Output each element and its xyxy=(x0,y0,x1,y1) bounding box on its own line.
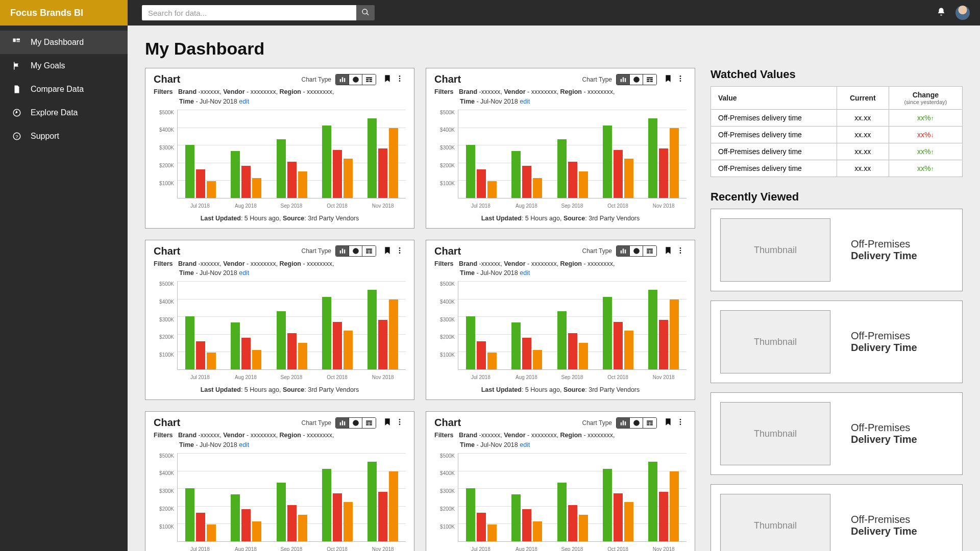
edit-filters-link[interactable]: edit xyxy=(520,441,530,448)
nav-goals[interactable]: My Goals xyxy=(0,54,128,78)
more-button[interactable] xyxy=(674,73,687,85)
watched-change: xx%↓ xyxy=(889,127,962,143)
nav-label: My Goals xyxy=(31,61,65,70)
chart-type-table[interactable] xyxy=(362,74,376,85)
recent-title: Off-PremisesDelivery Time xyxy=(851,514,917,537)
bar xyxy=(287,505,297,541)
chart-type-table[interactable] xyxy=(643,74,656,85)
bookmark-icon xyxy=(664,77,672,84)
nav-dashboard[interactable]: My Dashboard xyxy=(0,31,128,54)
search-input[interactable] xyxy=(142,5,356,20)
bar xyxy=(231,494,240,541)
more-button[interactable] xyxy=(674,245,687,257)
chart-type-bar[interactable] xyxy=(617,418,630,428)
search-button[interactable] xyxy=(356,5,375,20)
bar xyxy=(614,150,623,197)
chart-area: $500K$400K$300K$200K$100KJul 2018Aug 201… xyxy=(154,453,406,552)
watched-change: xx%↑ xyxy=(889,143,962,160)
bar xyxy=(389,471,398,541)
chart-type-pie[interactable] xyxy=(630,246,643,256)
recent-item[interactable]: ThumbnailOff-PremisesDelivery Time xyxy=(710,392,963,475)
brand-logo: Focus Brands BI xyxy=(0,0,128,26)
bookmark-button[interactable] xyxy=(662,245,674,257)
watched-row[interactable]: Off-Premises delivery timexx.xxxx%↑ xyxy=(711,143,963,160)
bookmark-button[interactable] xyxy=(662,73,674,85)
chart-type-bar[interactable] xyxy=(336,418,349,428)
filters-text: Filters Brand -xxxxxx, Vendor - xxxxxxxx… xyxy=(154,87,406,107)
edit-filters-link[interactable]: edit xyxy=(239,98,249,105)
nav-compare[interactable]: Compare Data xyxy=(0,78,128,101)
chart-type-pie[interactable] xyxy=(630,74,643,85)
chart-type-table[interactable] xyxy=(362,246,376,256)
edit-filters-link[interactable]: edit xyxy=(520,98,530,105)
edit-filters-link[interactable]: edit xyxy=(520,269,530,277)
watched-row[interactable]: Off-Premises delivery timexx.xxxx%↑ xyxy=(711,160,963,177)
compass-icon xyxy=(11,107,22,118)
chart-type-pie[interactable] xyxy=(349,74,362,85)
chart-type-pie[interactable] xyxy=(349,246,362,256)
bar xyxy=(185,316,194,369)
bar xyxy=(252,521,261,541)
bar xyxy=(477,513,486,541)
bar xyxy=(241,509,251,541)
chart-type-table[interactable] xyxy=(362,418,376,428)
watched-row[interactable]: Off-Premises delivery timexx.xxxx%↑ xyxy=(711,110,963,127)
chart-type-segmented xyxy=(616,245,657,257)
bar xyxy=(659,148,668,198)
x-axis-labels: Jul 2018Aug 2018Sep 2018Oct 2018Nov 2018 xyxy=(177,203,406,209)
more-button[interactable] xyxy=(394,245,406,257)
bar xyxy=(389,128,398,198)
more-button[interactable] xyxy=(394,73,406,85)
bookmark-button[interactable] xyxy=(381,73,394,85)
bar xyxy=(196,169,205,197)
card-footer: Last Updated: 5 Hours ago, Source: 3rd P… xyxy=(434,215,687,222)
bookmark-button[interactable] xyxy=(662,417,674,429)
more-button[interactable] xyxy=(394,417,406,429)
bar xyxy=(624,502,633,541)
bar xyxy=(333,322,342,369)
x-axis-labels: Jul 2018Aug 2018Sep 2018Oct 2018Nov 2018 xyxy=(458,374,687,380)
bar xyxy=(298,515,307,541)
chart-type-bar[interactable] xyxy=(336,74,349,85)
chart-type-pie[interactable] xyxy=(630,418,643,428)
nav-explore[interactable]: Explore Data xyxy=(0,101,128,124)
bookmark-icon xyxy=(383,420,391,428)
bar xyxy=(670,128,679,198)
bar xyxy=(277,311,286,369)
page-title: My Dashboard xyxy=(145,39,963,59)
recent-item[interactable]: ThumbnailOff-PremisesDelivery Time xyxy=(710,209,963,291)
chart-type-bar[interactable] xyxy=(336,246,349,256)
chart-type-segmented xyxy=(616,417,657,429)
bar xyxy=(659,320,668,369)
card-title: Chart xyxy=(154,417,180,429)
bar xyxy=(252,350,261,369)
bar xyxy=(277,483,286,541)
x-axis-labels: Jul 2018Aug 2018Sep 2018Oct 2018Nov 2018 xyxy=(458,203,687,209)
bar xyxy=(487,353,497,369)
chart-type-label: Chart Type xyxy=(582,419,612,427)
edit-filters-link[interactable]: edit xyxy=(239,269,249,277)
watched-row[interactable]: Off-Premises delivery timexx.xxxx%↓ xyxy=(711,127,963,143)
bookmark-button[interactable] xyxy=(381,245,394,257)
bar xyxy=(511,151,521,198)
recent-item[interactable]: ThumbnailOff-PremisesDelivery Time xyxy=(710,300,963,383)
chart-area: $500K$400K$300K$200K$100KJul 2018Aug 201… xyxy=(154,110,406,212)
x-axis-labels: Jul 2018Aug 2018Sep 2018Oct 2018Nov 2018 xyxy=(458,546,687,552)
bar xyxy=(511,322,521,369)
notifications-button[interactable] xyxy=(931,7,951,18)
bar xyxy=(196,341,205,369)
chart-type-table[interactable] xyxy=(643,418,656,428)
chart-type-bar[interactable] xyxy=(617,74,630,85)
edit-filters-link[interactable]: edit xyxy=(239,441,249,448)
user-avatar[interactable] xyxy=(955,6,970,20)
chart-type-bar[interactable] xyxy=(617,246,630,256)
bookmark-button[interactable] xyxy=(381,417,394,429)
chart-type-pie[interactable] xyxy=(349,418,362,428)
nav-support[interactable]: Support xyxy=(0,124,128,148)
more-button[interactable] xyxy=(674,417,687,429)
chart-card: ChartChart TypeFilters Brand -xxxxxx, Ve… xyxy=(426,240,695,400)
chart-type-table[interactable] xyxy=(643,246,656,256)
col-current: Current xyxy=(837,87,889,110)
bar xyxy=(185,488,194,541)
recent-item[interactable]: ThumbnailOff-PremisesDelivery Time xyxy=(710,484,963,551)
